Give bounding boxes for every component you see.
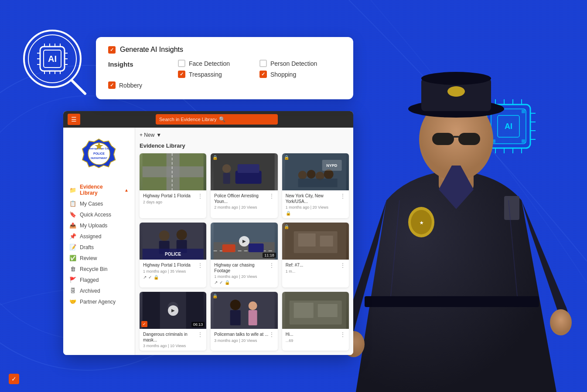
video-card-8[interactable]: 🔒 Policeman talks to wife at ... ⋮ 3 mon…	[211, 292, 277, 351]
video-thumb-7: ▶ 06:13 ✓	[140, 292, 206, 329]
svg-rect-110	[504, 196, 519, 220]
sidebar: Metropolitan City POLICE DEPARTMENT 📁 Ev…	[63, 128, 135, 355]
flagged-label: Flagged	[80, 277, 99, 283]
navbar: ☰ Search in Evidence Library 🔍	[63, 111, 353, 128]
video-card-1[interactable]: Highway Portal 1 Florida ⋮ 2 days ago	[140, 153, 206, 218]
sidebar-item-assigned[interactable]: 📌 Assigned	[63, 231, 135, 242]
generate-ai-checkbox[interactable]	[108, 46, 116, 54]
generate-ai-row: Generate AI Insights	[108, 46, 341, 54]
video-title-2: Police Officer Arresting Youn...	[214, 193, 269, 204]
trespassing-item[interactable]: Trespassing	[178, 71, 259, 78]
person-detection-checkbox[interactable]	[259, 60, 267, 67]
share-icon-5: ↗	[214, 280, 218, 285]
video-thumb-3: NYPD 🔒	[282, 153, 349, 190]
video-more-2[interactable]: ⋮	[269, 193, 274, 199]
video-title-row-5: Highway car chasing Footage ⋮	[214, 262, 274, 274]
video-card-3[interactable]: NYPD 🔒 New York City, New York/USA... ⋮ …	[282, 153, 349, 218]
bottom-checkbox-mark: ✓	[11, 375, 17, 382]
video-info-7: Dangerous criminals in mask... ⋮ 3 month…	[140, 329, 206, 351]
bottom-checkbox[interactable]: ✓	[9, 374, 19, 384]
video-card-9[interactable]: Hi... ⋮ ...69	[282, 292, 349, 351]
trespassing-checkbox[interactable]	[178, 71, 185, 78]
video-title-6: Ref: #7...	[286, 262, 340, 268]
evidence-library-chevron: ▲	[124, 188, 129, 193]
robbery-checkbox[interactable]	[108, 81, 116, 89]
sidebar-item-quick-access[interactable]: 🔖 Quick Access	[63, 209, 135, 220]
my-uploads-icon: 📤	[69, 222, 76, 229]
svg-rect-60	[223, 173, 230, 184]
logo-area: Metropolitan City POLICE DEPARTMENT	[63, 132, 135, 176]
video-checked-7: ✓	[141, 321, 147, 327]
person-detection-label: Person Detection	[270, 60, 317, 67]
shopping-checkbox[interactable]	[259, 71, 267, 78]
svg-rect-89	[214, 292, 275, 329]
search-bar[interactable]: Search in Evidence Library 🔍	[156, 114, 278, 125]
sidebar-item-drafts[interactable]: 📝 Drafts	[63, 242, 135, 253]
video-title-8: Policeman talks to wife at ...	[214, 331, 269, 337]
video-card-6[interactable]: 🔒 Ref: #7... ⋮ 1 m...	[282, 223, 349, 287]
video-title-9: Hi...	[286, 331, 340, 337]
svg-rect-54	[143, 166, 204, 177]
shopping-item[interactable]: Shopping	[259, 71, 341, 78]
play-icon-5[interactable]: ▶	[239, 236, 249, 247]
video-lock-6: 🔒	[284, 224, 289, 229]
new-button-chevron: ▼	[156, 132, 161, 138]
face-detection-item[interactable]: Face Detection	[178, 60, 259, 67]
video-more-8[interactable]: ⋮	[269, 331, 274, 338]
svg-rect-66	[298, 179, 337, 187]
video-card-5[interactable]: ▶ 11:18 Highway car chasing Footage ⋮ 1 …	[211, 223, 277, 287]
svg-rect-106	[454, 136, 459, 138]
play-icon-7[interactable]: ▶	[168, 305, 178, 316]
sidebar-item-my-cases[interactable]: 📋 My Cases	[63, 198, 135, 209]
sidebar-item-recycle-bin[interactable]: 🗑 Recycle Bin	[63, 264, 135, 274]
video-card-2[interactable]: 🔒 Police Officer Arresting Youn... ⋮ 2 m…	[211, 153, 277, 218]
duration-7: 06:13	[191, 322, 205, 327]
sidebar-item-my-uploads[interactable]: 📤 My Uploads	[63, 220, 135, 231]
insights-panel: Generate AI Insights Insights Face Detec…	[96, 37, 353, 99]
app-window: ☰ Search in Evidence Library 🔍 Metropoli…	[63, 111, 353, 355]
video-more-7[interactable]: ⋮	[198, 331, 203, 338]
video-lock-8: 🔒	[212, 294, 218, 298]
police-badge-logo: Metropolitan City POLICE DEPARTMENT	[82, 136, 116, 171]
video-more-3[interactable]: ⋮	[340, 193, 345, 199]
video-card-7[interactable]: ▶ 06:13 ✓ Dangerous criminals in mask...…	[140, 292, 206, 351]
svg-rect-80	[249, 243, 264, 252]
video-info-3: New York City, New York/USA... ⋮ 1 month…	[282, 190, 349, 218]
video-title-row-2: Police Officer Arresting Youn... ⋮	[214, 193, 274, 204]
video-more-6[interactable]: ⋮	[340, 262, 345, 268]
video-more-4[interactable]: ⋮	[198, 262, 203, 268]
main-content[interactable]: + New ▼ Evidence Library	[135, 128, 353, 355]
svg-rect-104	[432, 133, 454, 145]
shopping-label: Shopping	[270, 71, 296, 78]
svg-point-65	[324, 169, 333, 179]
video-more-1[interactable]: ⋮	[198, 193, 203, 199]
section-title: Evidence Library	[140, 142, 349, 149]
face-detection-checkbox[interactable]	[178, 60, 185, 67]
video-more-5[interactable]: ⋮	[269, 262, 274, 268]
evidence-library-label: Evidence Library	[80, 184, 121, 196]
video-meta-8: 3 months ago | 20 Views	[214, 338, 274, 343]
lock-icon-4: 🔒	[154, 275, 159, 280]
sidebar-item-review[interactable]: ✅ Review	[63, 253, 135, 264]
drafts-label: Drafts	[80, 244, 94, 250]
sidebar-item-archived[interactable]: 🗄 Archived	[63, 285, 135, 296]
video-thumb-6: 🔒	[282, 223, 349, 260]
video-title-row-3: New York City, New York/USA... ⋮	[286, 193, 345, 204]
video-meta-2: 2 months ago | 20 Views	[214, 205, 274, 210]
video-card-4[interactable]: POLICE Highway Portal 1 Florida ⋮ 1 mont…	[140, 223, 206, 287]
video-more-9[interactable]: ⋮	[340, 331, 345, 338]
sidebar-item-evidence-library[interactable]: 📁 Evidence Library ▲	[63, 182, 135, 198]
insights-grid: Insights Face Detection Person Detection…	[108, 60, 341, 89]
sidebar-item-flagged[interactable]: 🚩 Flagged	[63, 274, 135, 285]
video-icons-5: ↗ ✓ 🔒	[214, 280, 274, 285]
video-icons-4: ↗ ✓ 🔒	[143, 275, 203, 280]
review-icon: ✅	[69, 255, 76, 261]
sidebar-item-partner-agency[interactable]: 🤝 Partner Agency	[63, 296, 135, 307]
new-button[interactable]: + New ▼	[140, 132, 161, 138]
hamburger-button[interactable]: ☰	[68, 114, 80, 125]
person-detection-item[interactable]: Person Detection	[259, 60, 341, 67]
video-info-4: Highway Portal 1 Florida ⋮ 1 months ago …	[140, 260, 206, 282]
robbery-item[interactable]: Robbery	[108, 81, 178, 89]
svg-rect-83	[298, 233, 315, 247]
svg-text:AI: AI	[48, 54, 57, 64]
